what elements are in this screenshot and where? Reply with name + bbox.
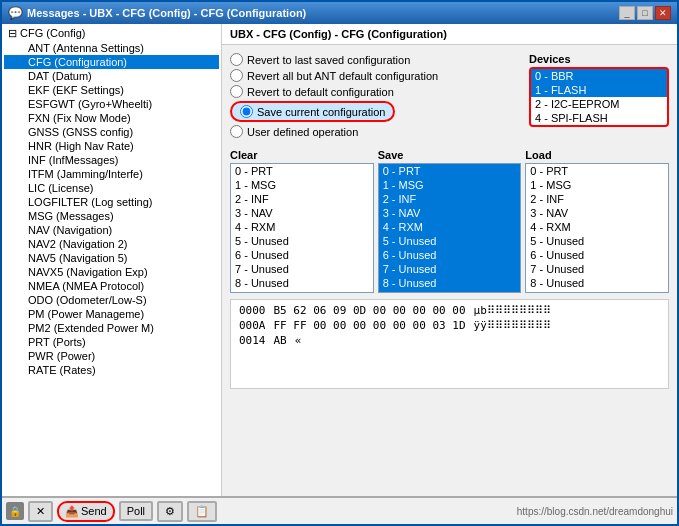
radio-revert-all: Revert all but ANT default configuration [230,69,521,82]
save-item-1[interactable]: 1 - MSG [379,178,521,192]
sidebar-item-nav5[interactable]: NAV5 (Navigation 5) [4,251,219,265]
extra-button[interactable]: 📋 [187,501,217,522]
clear-item-9[interactable]: 9 - RINV [231,290,373,293]
sidebar-item-prt[interactable]: PRT (Ports) [4,335,219,349]
save-listbox[interactable]: 0 - PRT 1 - MSG 2 - INF 3 - NAV 4 - RXM … [378,163,522,293]
sidebar-item-logfilter[interactable]: LOGFILTER (Log setting) [4,195,219,209]
poll-button[interactable]: Poll [119,501,153,521]
load-item-0[interactable]: 0 - PRT [526,164,668,178]
device-item-bbr[interactable]: 0 - BBR [531,69,667,83]
clear-listbox[interactable]: 0 - PRT 1 - MSG 2 - INF 3 - NAV 4 - RXM … [230,163,374,293]
hex-row-2: 0014 AB « [239,334,660,347]
radio-revert-saved: Revert to last saved configuration [230,53,521,66]
clear-header: Clear [230,149,374,161]
load-item-1[interactable]: 1 - MSG [526,178,668,192]
sidebar-item-fxn[interactable]: FXN (Fix Now Mode) [4,111,219,125]
sidebar-item-esfgwt[interactable]: ESFGWT (Gyro+Wheelti) [4,97,219,111]
save-item-8[interactable]: 8 - Unused [379,276,521,290]
window-icon: 💬 [8,6,23,20]
load-item-3[interactable]: 3 - NAV [526,206,668,220]
load-item-6[interactable]: 6 - Unused [526,248,668,262]
save-item-2[interactable]: 2 - INF [379,192,521,206]
sidebar-item-cfg[interactable]: CFG (Configuration) [4,55,219,69]
clear-item-2[interactable]: 2 - INF [231,192,373,206]
send-button[interactable]: 📤 Send [57,501,115,522]
sidebar-item-dat[interactable]: DAT (Datum) [4,69,219,83]
hex-bytes-2: AB [274,334,287,347]
device-list: 0 - BBR 1 - FLASH 2 - I2C-EEPROM 4 - SPI… [529,67,669,127]
sidebar-item-inf[interactable]: INF (InfMessages) [4,153,219,167]
load-item-5[interactable]: 5 - Unused [526,234,668,248]
device-item-flash[interactable]: 1 - FLASH [531,83,667,97]
save-item-7[interactable]: 7 - Unused [379,262,521,276]
load-listbox[interactable]: 0 - PRT 1 - MSG 2 - INF 3 - NAV 4 - RXM … [525,163,669,293]
clear-col: Clear 0 - PRT 1 - MSG 2 - INF 3 - NAV 4 … [230,149,374,293]
clear-item-4[interactable]: 4 - RXM [231,220,373,234]
save-col: Save 0 - PRT 1 - MSG 2 - INF 3 - NAV 4 -… [378,149,522,293]
clear-item-0[interactable]: 0 - PRT [231,164,373,178]
save-item-4[interactable]: 4 - RXM [379,220,521,234]
sidebar-item-nmea[interactable]: NMEA (NMEA Protocol) [4,279,219,293]
clear-item-8[interactable]: 8 - Unused [231,276,373,290]
clear-item-7[interactable]: 7 - Unused [231,262,373,276]
devices-section: Devices 0 - BBR 1 - FLASH 2 - I2C-EEPROM… [529,53,669,141]
sidebar-item-ant[interactable]: ANT (Antenna Settings) [4,41,219,55]
main-window: 💬 Messages - UBX - CFG (Config) - CFG (C… [0,0,679,526]
title-bar-left: 💬 Messages - UBX - CFG (Config) - CFG (C… [8,6,306,20]
radio-section: Revert to last saved configuration Rever… [230,53,521,141]
lock-icon: 🔒 [6,502,24,520]
radio-revert-default-input[interactable] [230,85,243,98]
sidebar-item-lic[interactable]: LIC (License) [4,181,219,195]
maximize-button[interactable]: □ [637,6,653,20]
hex-ascii-0: µb⠿⠿⠿⠿⠿⠿⠿⠿ [474,304,551,317]
sidebar-item-odo[interactable]: ODO (Odometer/Low-S) [4,293,219,307]
sidebar-item-pwr[interactable]: PWR (Power) [4,349,219,363]
sidebar-item-pm[interactable]: PM (Power Manageme) [4,307,219,321]
sidebar-item-navx5[interactable]: NAVX5 (Navigation Exp) [4,265,219,279]
radio-revert-saved-input[interactable] [230,53,243,66]
title-controls: _ □ ✕ [619,6,671,20]
load-item-8[interactable]: 8 - Unused [526,276,668,290]
sidebar-item-ekf[interactable]: EKF (EKF Settings) [4,83,219,97]
save-header: Save [378,149,522,161]
hex-area: 0000 B5 62 06 09 0D 00 00 00 00 00 µb⠿⠿⠿… [230,299,669,389]
sidebar-item-nav2[interactable]: NAV2 (Navigation 2) [4,237,219,251]
sidebar-item-rate[interactable]: RATE (Rates) [4,363,219,377]
hex-bytes-1: FF FF 00 00 00 00 00 00 03 1D [274,319,466,332]
clear-item-5[interactable]: 5 - Unused [231,234,373,248]
save-item-3[interactable]: 3 - NAV [379,206,521,220]
hex-addr-0: 0000 [239,304,266,317]
load-item-9[interactable]: 9 - RINV [526,290,668,293]
sidebar-item-pm2[interactable]: PM2 (Extended Power M) [4,321,219,335]
device-item-i2c[interactable]: 2 - I2C-EEPROM [531,97,667,111]
device-item-spi[interactable]: 4 - SPI-FLASH [531,111,667,125]
sidebar-item-msg[interactable]: MSG (Messages) [4,209,219,223]
save-item-6[interactable]: 6 - Unused [379,248,521,262]
cancel-button[interactable]: ✕ [28,501,53,522]
panel-title: UBX - CFG (Config) - CFG (Configuration) [222,24,677,45]
clear-item-6[interactable]: 6 - Unused [231,248,373,262]
sidebar-item-itfm[interactable]: ITFM (Jamming/Interfe) [4,167,219,181]
clear-item-3[interactable]: 3 - NAV [231,206,373,220]
load-item-7[interactable]: 7 - Unused [526,262,668,276]
options-button[interactable]: ⚙ [157,501,183,522]
sidebar-item-gnss[interactable]: GNSS (GNSS config) [4,125,219,139]
save-item-9[interactable]: 9 - RINV [379,290,521,293]
radio-save-input[interactable] [240,105,253,118]
hex-row-1: 000A FF FF 00 00 00 00 00 00 03 1D ÿÿ⠿⠿⠿… [239,319,660,332]
radio-revert-all-input[interactable] [230,69,243,82]
save-item-0[interactable]: 0 - PRT [379,164,521,178]
hex-bytes-0: B5 62 06 09 0D 00 00 00 00 00 [274,304,466,317]
devices-label: Devices [529,53,669,65]
minimize-button[interactable]: _ [619,6,635,20]
radio-user-defined-input[interactable] [230,125,243,138]
save-item-5[interactable]: 5 - Unused [379,234,521,248]
clear-item-1[interactable]: 1 - MSG [231,178,373,192]
load-item-4[interactable]: 4 - RXM [526,220,668,234]
sidebar-root[interactable]: ⊟ CFG (Config) [4,26,219,41]
sidebar-item-hnr[interactable]: HNR (High Nav Rate) [4,139,219,153]
load-item-2[interactable]: 2 - INF [526,192,668,206]
close-button[interactable]: ✕ [655,6,671,20]
sidebar-item-nav[interactable]: NAV (Navigation) [4,223,219,237]
hex-addr-1: 000A [239,319,266,332]
